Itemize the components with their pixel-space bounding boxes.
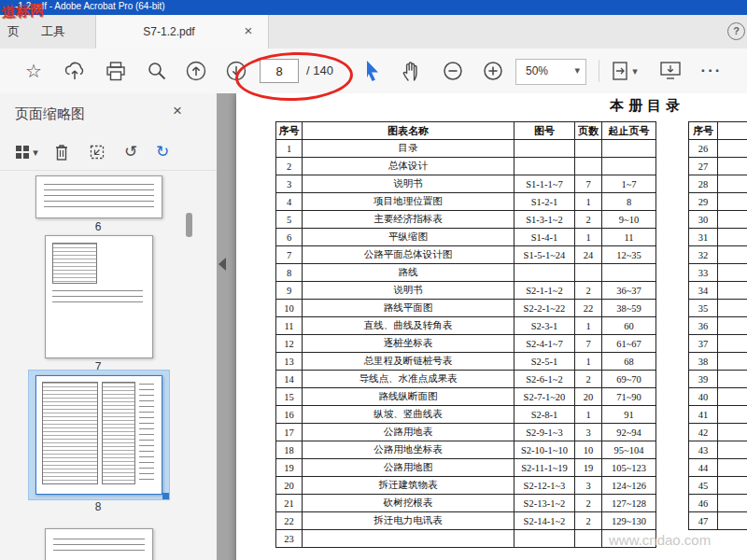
table-cell: 105~123 [602,459,656,477]
table-row: 13总里程及断链桩号表S2-5-1168 [276,353,656,371]
table-cell: 3 [575,424,602,441]
table-cell [602,140,656,158]
table-row: 37 [689,335,747,353]
rotate-left-icon[interactable]: ↺ [120,141,142,163]
menu-tools[interactable]: 工具 [35,15,71,49]
cloud-upload-icon[interactable] [63,60,86,82]
thumbnails-panel: 页面缩略图 × ▾ ↺ ↻ 6 7 [0,93,218,560]
table-cell: 9 [276,282,303,300]
table-cell: 17 [276,424,303,441]
panel-title: 页面缩略图 [15,105,85,123]
page-fit-icon[interactable] [609,60,631,82]
help-icon[interactable]: ? [727,22,745,40]
star-icon[interactable]: ☆ [22,60,45,82]
page-thumbnail-7[interactable] [45,235,153,358]
table-cell: 43 [689,441,718,459]
table-row: 21砍树挖根表S2-13-1~22127~128 [276,495,656,512]
column-header: 图表名称 [303,122,514,140]
table-row: 45 [689,477,747,495]
table-cell: 1 [575,317,602,335]
table-cell [718,477,747,495]
more-tools-icon[interactable]: ··· [700,60,723,82]
table-cell [718,495,747,512]
table-row: 7公路平面总体设计图S1-5-1~242412~35 [276,246,656,264]
search-icon[interactable] [146,60,168,82]
table-header-row: 序号 [689,122,747,140]
table-cell: 22 [276,512,303,530]
table-cell: 项目地理位置图 [303,193,514,211]
table-cell: 92~94 [602,424,656,441]
document-tab[interactable]: S7-1.2.pdf × [95,15,269,49]
table-cell: 60 [602,317,656,335]
chevron-down-icon[interactable]: ▾ [30,141,41,163]
table-cell: 2 [575,512,602,530]
thumbnail-artwork [52,290,143,307]
table-cell: 11 [276,317,303,335]
table-cell: 公路用地坐标表 [303,441,514,459]
zoom-out-icon[interactable] [442,60,464,82]
table-cell: 19 [276,459,303,477]
page-thumbnail-8[interactable] [35,375,162,495]
table-cell [718,193,747,211]
table-cell: 12~35 [602,246,656,264]
page-down-icon[interactable] [225,60,247,82]
table-cell: S2-3-1 [514,317,575,335]
table-row: 29 [689,193,747,211]
thumbnail-artwork [53,539,145,555]
table-cell [718,441,747,459]
table-cell: S1-2-1 [514,193,575,211]
table-cell: 路线纵断面图 [303,388,514,406]
hand-tool-icon[interactable] [401,60,423,82]
table-cell: 总里程及断链桩号表 [303,353,514,371]
table-cell: S2-1-1~2 [514,282,575,300]
table-cell: 公路用地表 [303,424,514,441]
table-cell [718,406,747,424]
table-row: 23 [276,530,656,548]
table-cell: 导线点、水准点成果表 [303,371,514,388]
table-cell: 39 [689,371,718,388]
selection-handle[interactable] [162,493,169,499]
trash-icon[interactable] [50,141,73,163]
table-cell: S1-3-1~2 [514,211,575,229]
table-cell: 68 [602,353,656,371]
table-cell: 22 [575,300,602,317]
table-cell [718,353,747,371]
screen-view-icon[interactable] [659,60,682,82]
table-cell [718,300,747,317]
table-cell: 47 [689,512,718,530]
page-thumbnail-9[interactable] [45,528,153,560]
table-cell [575,140,602,158]
rotate-right-icon[interactable]: ↻ [151,141,174,163]
table-row: 20拆迁建筑物表S2-12-1~33124~126 [276,477,656,495]
table-cell: 砍树挖根表 [303,495,514,512]
table-cell: 8 [276,264,303,282]
table-cell: 15 [276,388,303,406]
table-cell: 纵坡、竖曲线表 [303,406,514,424]
table-row: 6平纵缩图S1-4-1111 [276,229,656,246]
table-cell: 4 [276,193,303,211]
panel-scrollbar[interactable] [186,213,192,237]
table-cell: 36 [689,317,718,335]
chevron-down-icon[interactable]: ▾ [629,60,641,82]
table-cell: 44 [689,459,718,477]
resize-thumbnails-icon[interactable] [86,141,108,163]
page-total-label: / 140 [306,63,333,77]
pointer-tool-icon[interactable] [360,60,383,82]
page-up-icon[interactable] [185,60,207,82]
page-thumbnail-6[interactable] [35,175,162,218]
pdf-page[interactable]: 本册目录 序号图表名称图号页数起止页号1目录2总体设计3说明书S1-1-1~77… [236,93,747,560]
zoom-in-icon[interactable] [482,60,504,82]
table-cell: S2-12-1~3 [514,477,575,495]
page-number-input[interactable] [260,59,299,83]
collapse-pane-icon[interactable] [218,258,226,271]
print-icon[interactable] [105,60,127,82]
table-cell: 38~59 [602,300,656,317]
zoom-dropdown[interactable]: 50% ▾ [515,59,586,85]
thumbnail-artwork [42,382,98,484]
panel-close-icon[interactable]: × [168,102,187,120]
tab-close-icon[interactable]: × [240,22,257,39]
column-header: 图号 [514,122,575,140]
table-cell: 46 [689,495,718,512]
table-cell: 1~7 [602,175,656,193]
table-cell [575,530,602,548]
